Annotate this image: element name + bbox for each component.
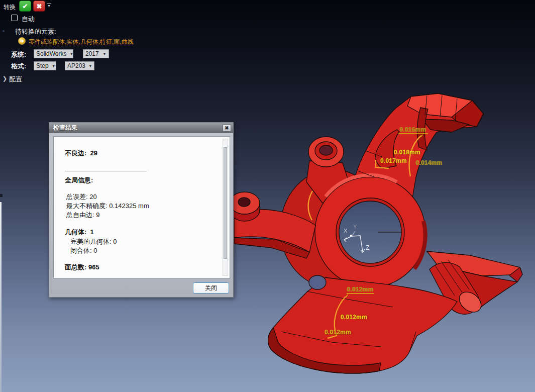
elements-section-label: 待转换的元素: xyxy=(15,27,56,36)
dimension-label: 0.017mm xyxy=(380,157,407,164)
dialog-titlebar[interactable]: 检查结果 ✖ xyxy=(49,123,233,133)
toolbar-overflow-button[interactable]: ▾ xyxy=(47,4,51,7)
close-icon: ✖ xyxy=(225,125,229,131)
format-select[interactable]: Step▼ xyxy=(34,61,56,70)
close-icon: ✖ xyxy=(37,3,42,10)
viewport-edge-dot xyxy=(0,194,3,197)
separator-line xyxy=(65,171,147,171)
dimension-label: 0.014mm xyxy=(415,159,442,166)
close-button[interactable]: 关闭 xyxy=(193,282,229,293)
dropdown-arrow-icon: ▼ xyxy=(52,64,56,68)
result-row-free-edges: 总自由边: 9 xyxy=(66,211,99,220)
axis-x-label: X xyxy=(344,228,348,234)
dropdown-arrow-icon: ▼ xyxy=(69,52,73,56)
axis-z-label: Z xyxy=(366,244,369,251)
result-row-global-info: 全局信息: xyxy=(65,176,93,185)
check-result-dialog: 检查结果 ✖ 不良边: 29 全局信息: 总误差: 20 最大不精确度: 0.1… xyxy=(49,122,234,298)
result-row-bodies: 几何体: 1 xyxy=(65,228,94,237)
result-row-max-inaccuracy: 最大不精确度: 0.142325 mm xyxy=(66,202,149,211)
result-row-closed-bodies: 闭合体: 0 xyxy=(70,246,97,255)
auto-checkbox-label: 自动 xyxy=(22,15,35,24)
convertible-elements-link[interactable]: 零件或装配体,实体,几何体,特征,面,曲线 xyxy=(29,38,134,46)
result-row-perfect-bodies: 完美的几何体: 0 xyxy=(70,237,117,246)
config-expander-icon[interactable]: ❯ xyxy=(3,75,7,82)
dimension-label: 0.016mm xyxy=(399,126,426,133)
system-select[interactable]: SolidWorks▼ xyxy=(34,49,73,58)
arrow-badge-icon: ➜ xyxy=(18,37,26,45)
dialog-close-button[interactable]: ✖ xyxy=(223,124,231,132)
collapse-icon[interactable]: ◂ xyxy=(2,28,5,33)
config-section-label[interactable]: 配置 xyxy=(9,75,22,84)
chevron-down-icon: ▾ xyxy=(48,4,50,8)
result-row-total-error: 总误差: 20 xyxy=(66,192,97,202)
auto-checkbox[interactable] xyxy=(11,15,18,21)
system-version-select[interactable]: 2017▼ xyxy=(83,49,109,58)
check-icon: ✔ xyxy=(23,3,28,10)
dialog-scrollbar-track[interactable] xyxy=(223,139,228,276)
system-label: 系统: xyxy=(11,50,26,59)
panel-title: 转换 xyxy=(4,3,16,12)
format-label: 格式: xyxy=(11,62,26,71)
dimension-label: 0.012mm xyxy=(325,329,351,336)
axis-y-label: Y xyxy=(353,224,357,230)
result-row-bad-edges: 不良边: 29 xyxy=(65,149,97,158)
result-row-total-faces: 面总数: 965 xyxy=(65,263,99,272)
apply-button[interactable]: ✔ xyxy=(19,1,31,12)
dimension-label: 0.012mm xyxy=(347,286,373,293)
dimension-label: 0.012mm xyxy=(341,314,367,321)
cad-converter-app: { "toolbar": { "title": "转换", "apply_lab… xyxy=(0,0,535,392)
cancel-button[interactable]: ✖ xyxy=(33,1,45,12)
dropdown-arrow-icon: ▼ xyxy=(88,64,92,68)
panel-splitter[interactable] xyxy=(0,202,2,392)
dialog-content: 不良边: 29 全局信息: 总误差: 20 最大不精确度: 0.142325 m… xyxy=(53,136,230,278)
dialog-scrollbar-thumb[interactable] xyxy=(224,147,227,259)
format-profile-select[interactable]: AP203▼ xyxy=(65,61,94,70)
dimension-label: 0.018mm xyxy=(394,149,420,156)
dropdown-arrow-icon: ▼ xyxy=(102,52,106,56)
3d-viewport-model[interactable]: X Y Z xyxy=(208,78,535,392)
dialog-title: 检查结果 xyxy=(53,124,223,132)
